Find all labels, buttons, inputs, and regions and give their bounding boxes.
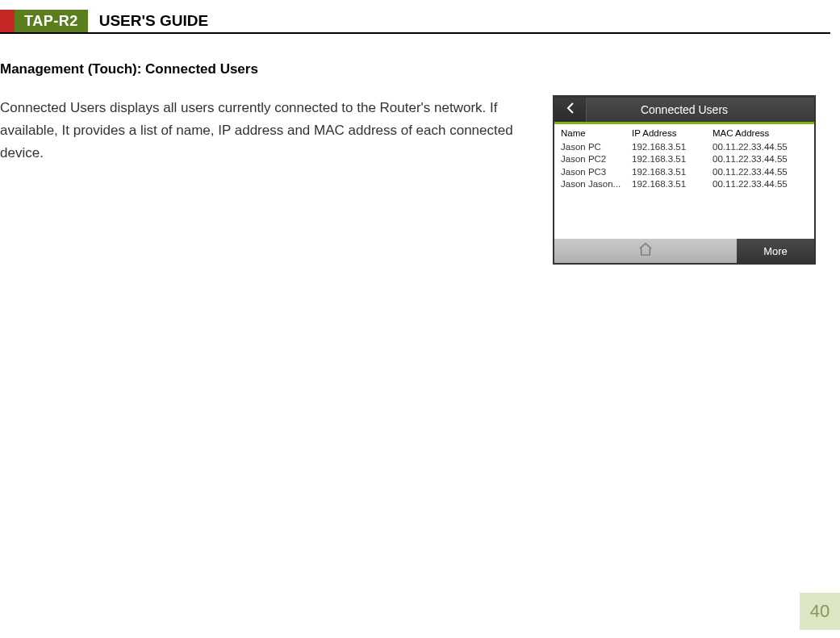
cell-name: Jason PC2 [561, 153, 632, 166]
back-button[interactable] [554, 98, 587, 122]
doc-header: TAP-R2 USER'S GUIDE [0, 10, 830, 34]
more-button[interactable]: More [737, 239, 814, 263]
chevron-left-icon [566, 102, 575, 117]
cell-ip: 192.168.3.51 [632, 153, 713, 166]
cell-name: Jason Jason... [561, 178, 632, 191]
page-number: 40 [800, 593, 840, 630]
cell-ip: 192.168.3.51 [632, 178, 713, 191]
col-header-ip: IP Address [632, 127, 713, 140]
more-label: More [763, 245, 788, 257]
home-button[interactable] [554, 239, 737, 263]
cell-ip: 192.168.3.51 [632, 166, 713, 179]
doc-title-text: USER'S GUIDE [99, 12, 208, 30]
cell-mac: 00.11.22.33.44.55 [713, 166, 809, 179]
table-header-row: Name IP Address MAC Address [561, 127, 809, 140]
table-row: Jason PC3 192.168.3.51 00.11.22.33.44.55 [561, 166, 809, 179]
header-red-tab [0, 10, 15, 32]
screenshot-bottombar: More [554, 239, 814, 263]
col-header-name: Name [561, 127, 632, 140]
users-table: Name IP Address MAC Address Jason PC 192… [554, 124, 814, 239]
table-row: Jason Jason... 192.168.3.51 00.11.22.33.… [561, 178, 809, 191]
cell-ip: 192.168.3.51 [632, 141, 713, 154]
cell-mac: 00.11.22.33.44.55 [713, 178, 809, 191]
col-header-mac: MAC Address [713, 127, 809, 140]
cell-mac: 00.11.22.33.44.55 [713, 141, 809, 154]
doc-title: USER'S GUIDE [88, 10, 208, 32]
table-row: Jason PC 192.168.3.51 00.11.22.33.44.55 [561, 141, 809, 154]
home-icon [638, 243, 653, 259]
cell-name: Jason PC [561, 141, 632, 154]
cell-mac: 00.11.22.33.44.55 [713, 153, 809, 166]
section-heading: Management (Touch): Connected Users [0, 61, 258, 77]
product-tab: TAP-R2 [15, 10, 88, 32]
product-label: TAP-R2 [24, 13, 78, 30]
body-paragraph: Connected Users displays all users curre… [0, 97, 537, 165]
screenshot-connected-users: Connected Users Name IP Address MAC Addr… [553, 95, 816, 265]
screenshot-title: Connected Users [587, 103, 814, 116]
table-row: Jason PC2 192.168.3.51 00.11.22.33.44.55 [561, 153, 809, 166]
screenshot-titlebar: Connected Users [554, 98, 814, 122]
cell-name: Jason PC3 [561, 166, 632, 179]
